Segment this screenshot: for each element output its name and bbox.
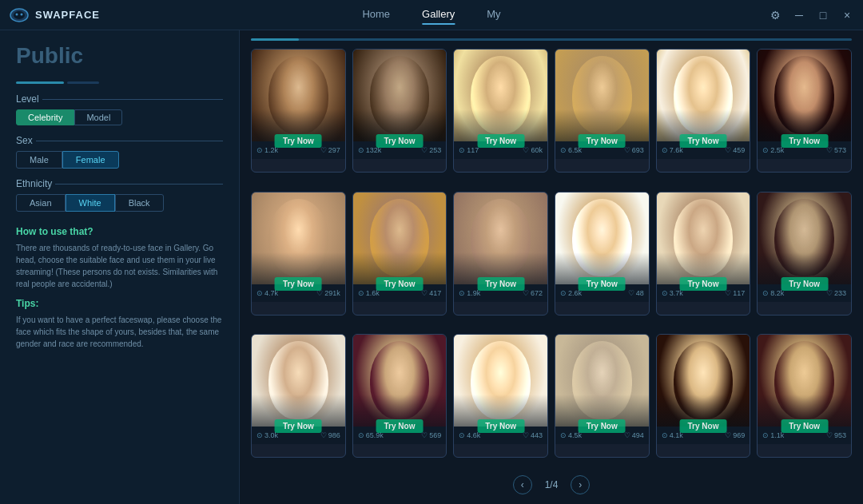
page-info: 1/4 bbox=[545, 479, 559, 490]
tips-text: If you want to have a perfect faceswap, … bbox=[16, 314, 223, 350]
face-grid: Try Now ⊙ 1.2k ♡ 297 Try Now ⊙ 132k bbox=[251, 49, 852, 470]
face-likes-10: ♡ 48 bbox=[628, 289, 644, 297]
face-portrait-10 bbox=[555, 192, 649, 284]
face-card-1[interactable]: Try Now ⊙ 1.2k ♡ 297 bbox=[251, 49, 346, 173]
level-filter: Level Celebrity Model bbox=[16, 93, 223, 125]
try-now-btn-6[interactable]: Try Now bbox=[781, 134, 828, 148]
face-card-18[interactable]: Try Now ⊙ 1.1k ♡ 953 bbox=[757, 334, 852, 458]
level-celebrity-btn[interactable]: Celebrity bbox=[16, 109, 74, 125]
face-card-9[interactable]: Try Now ⊙ 1.9k ♡ 672 bbox=[453, 192, 548, 315]
face-card-12[interactable]: Try Now ⊙ 8.2k ♡ 233 bbox=[757, 192, 852, 315]
next-page-button[interactable]: › bbox=[571, 475, 590, 494]
sex-filter: Sex Male Female bbox=[16, 135, 223, 169]
try-now-btn-18[interactable]: Try Now bbox=[781, 419, 828, 433]
try-now-btn-10[interactable]: Try Now bbox=[579, 277, 626, 291]
face-card-6[interactable]: Try Now ⊙ 2.5k ♡ 573 bbox=[757, 49, 852, 173]
level-btn-group: Celebrity Model bbox=[16, 109, 223, 125]
prev-page-button[interactable]: ‹ bbox=[513, 475, 532, 494]
try-now-btn-11[interactable]: Try Now bbox=[680, 277, 727, 291]
face-card-13[interactable]: Try Now ⊙ 3.0k ♡ 986 bbox=[251, 334, 346, 458]
face-card-17[interactable]: Try Now ⊙ 4.1k ♡ 969 bbox=[656, 334, 751, 458]
try-now-btn-14[interactable]: Try Now bbox=[376, 419, 424, 433]
svg-point-2 bbox=[16, 13, 18, 15]
face-views-7: ⊙ 4.7k bbox=[257, 289, 278, 297]
face-portrait-18 bbox=[758, 335, 851, 427]
face-card-14[interactable]: Try Now ⊙ 65.9k ♡ 569 bbox=[352, 334, 447, 458]
face-card-8[interactable]: Try Now ⊙ 1.6k ♡ 417 bbox=[352, 192, 447, 315]
try-now-btn-16[interactable]: Try Now bbox=[579, 419, 626, 433]
try-now-btn-15[interactable]: Try Now bbox=[477, 419, 524, 433]
try-now-btn-7[interactable]: Try Now bbox=[275, 277, 322, 291]
nav-my[interactable]: My bbox=[487, 5, 500, 25]
titlebar-right: ⚙ ─ □ × bbox=[769, 9, 853, 22]
nav-home[interactable]: Home bbox=[362, 5, 390, 25]
try-now-btn-2[interactable]: Try Now bbox=[376, 134, 424, 148]
face-card-15[interactable]: Try Now ⊙ 4.6k ♡ 443 bbox=[453, 334, 548, 458]
minimize-button[interactable]: ─ bbox=[793, 9, 805, 22]
level-model-btn[interactable]: Model bbox=[74, 109, 122, 125]
face-portrait-4 bbox=[555, 50, 649, 141]
ethnicity-filter: Ethnicity Asian White Black bbox=[16, 178, 223, 212]
face-portrait-17 bbox=[657, 335, 750, 427]
logo-icon bbox=[10, 6, 29, 25]
face-likes-3: ♡ 60k bbox=[523, 146, 543, 154]
nav-gallery[interactable]: Gallery bbox=[422, 5, 455, 25]
settings-button[interactable]: ⚙ bbox=[769, 9, 781, 22]
face-card-4[interactable]: Try Now ⊙ 6.5k ♡ 693 bbox=[555, 49, 650, 173]
tips-section: Tips: If you want to have a perfect face… bbox=[16, 298, 223, 350]
face-card-10[interactable]: Try Now ⊙ 2.6k ♡ 48 bbox=[555, 192, 650, 315]
sex-female-btn[interactable]: Female bbox=[62, 151, 119, 169]
face-likes-15: ♡ 443 bbox=[523, 431, 543, 439]
face-views-8: ⊙ 1.6k bbox=[358, 289, 380, 297]
face-portrait-14 bbox=[353, 335, 447, 427]
try-now-btn-4[interactable]: Try Now bbox=[579, 134, 626, 148]
maximize-button[interactable]: □ bbox=[817, 9, 829, 22]
try-now-btn-17[interactable]: Try Now bbox=[680, 419, 727, 433]
ethnicity-black-btn[interactable]: Black bbox=[115, 194, 164, 212]
level-label: Level bbox=[16, 93, 223, 105]
try-now-btn-5[interactable]: Try Now bbox=[680, 134, 727, 148]
face-likes-9: ♡ 672 bbox=[523, 289, 543, 297]
try-now-btn-9[interactable]: Try Now bbox=[477, 277, 524, 291]
svg-point-3 bbox=[21, 13, 23, 15]
face-card-3[interactable]: Try Now ⊙ 117 ♡ 60k bbox=[453, 49, 548, 173]
scroll-indicator bbox=[251, 38, 852, 41]
try-now-btn-12[interactable]: Try Now bbox=[781, 277, 828, 291]
face-card-5[interactable]: Try Now ⊙ 7.6k ♡ 459 bbox=[656, 49, 751, 173]
face-card-2[interactable]: Try Now ⊙ 132k ♡ 253 bbox=[352, 49, 447, 173]
try-now-btn-13[interactable]: Try Now bbox=[275, 419, 322, 433]
face-views-18: ⊙ 1.1k bbox=[762, 431, 784, 439]
face-views-13: ⊙ 3.0k bbox=[257, 431, 278, 439]
face-portrait-5 bbox=[657, 50, 750, 141]
face-likes-18: ♡ 953 bbox=[826, 431, 846, 439]
face-portrait-6 bbox=[758, 50, 851, 141]
face-portrait-16 bbox=[555, 335, 649, 427]
face-likes-6: ♡ 573 bbox=[826, 146, 846, 154]
gallery-content: Try Now ⊙ 1.2k ♡ 297 Try Now ⊙ 132k bbox=[240, 30, 863, 504]
try-now-btn-1[interactable]: Try Now bbox=[275, 134, 322, 148]
face-views-15: ⊙ 4.6k bbox=[459, 431, 480, 439]
try-now-btn-8[interactable]: Try Now bbox=[376, 277, 424, 291]
try-now-btn-3[interactable]: Try Now bbox=[477, 134, 524, 148]
ethnicity-asian-btn[interactable]: Asian bbox=[16, 194, 66, 212]
face-card-16[interactable]: Try Now ⊙ 4.5k ♡ 494 bbox=[555, 334, 650, 458]
face-portrait-9 bbox=[454, 192, 547, 284]
face-card-7[interactable]: Try Now ⊙ 4.7k ♡ 291k bbox=[251, 192, 346, 315]
face-likes-11: ♡ 117 bbox=[725, 289, 745, 297]
face-views-12: ⊙ 8.2k bbox=[762, 289, 784, 297]
face-card-11[interactable]: Try Now ⊙ 3.7k ♡ 117 bbox=[656, 192, 751, 315]
face-portrait-12 bbox=[758, 192, 851, 284]
how-to-section: How to use that? There are thousands of … bbox=[16, 226, 223, 290]
face-likes-2: ♡ 253 bbox=[421, 146, 441, 154]
face-likes-14: ♡ 569 bbox=[421, 431, 441, 439]
face-views-6: ⊙ 2.5k bbox=[762, 146, 784, 154]
close-button[interactable]: × bbox=[841, 9, 853, 22]
face-likes-12: ♡ 233 bbox=[826, 289, 846, 297]
face-portrait-7 bbox=[252, 192, 345, 284]
face-portrait-1 bbox=[252, 50, 345, 141]
sidebar: Public Level Celebrity Model Sex Male Fe… bbox=[0, 30, 240, 504]
face-views-17: ⊙ 4.1k bbox=[662, 431, 683, 439]
ethnicity-white-btn[interactable]: White bbox=[66, 194, 115, 212]
face-likes-16: ♡ 494 bbox=[624, 431, 644, 439]
sex-male-btn[interactable]: Male bbox=[16, 151, 62, 169]
